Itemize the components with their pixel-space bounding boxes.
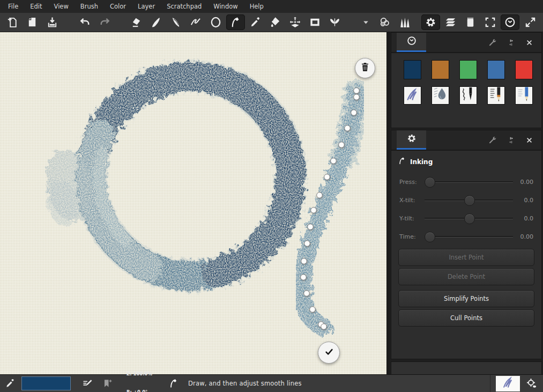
time-slider[interactable] — [425, 231, 513, 242]
brush-settings-icon[interactable] — [82, 378, 93, 389]
color-picker-button[interactable] — [246, 14, 265, 30]
inking-button[interactable] — [226, 14, 245, 30]
blue-scribble-brush[interactable] — [404, 86, 421, 105]
control-point-8[interactable] — [317, 193, 323, 198]
color-swatch-4[interactable] — [487, 60, 505, 79]
y-tilt-slider-handle[interactable] — [464, 213, 475, 224]
brush-dropdown-button[interactable] — [359, 14, 372, 30]
control-point-9[interactable] — [311, 208, 317, 213]
layers-window-button[interactable] — [441, 14, 460, 30]
color-swatch-2[interactable] — [432, 60, 449, 79]
brush-window-button[interactable] — [395, 14, 414, 30]
control-point-14[interactable] — [304, 291, 310, 297]
delete-stroke-button[interactable] — [355, 58, 375, 78]
control-point-10[interactable] — [308, 224, 314, 230]
control-point-11[interactable] — [304, 241, 310, 247]
color-swatch-5[interactable] — [515, 60, 533, 79]
dock-panel-icon[interactable] — [507, 38, 516, 47]
control-point-4[interactable] — [345, 125, 351, 131]
x-tilt-slider[interactable] — [425, 195, 513, 205]
lines-curves-button[interactable] — [167, 14, 185, 30]
pick-context-icon[interactable] — [525, 377, 538, 390]
color-swatch-3[interactable] — [459, 60, 477, 79]
connected-lines-button[interactable] — [187, 14, 205, 30]
clock-icon — [504, 16, 516, 28]
save-file-icon — [46, 16, 58, 28]
history-panel-tab[interactable] — [397, 33, 426, 52]
ellipse-icon — [210, 16, 222, 28]
freehand-button[interactable] — [147, 14, 166, 30]
new-file-icon — [6, 16, 19, 28]
time-label: Time: — [399, 233, 425, 240]
fullscreen-button[interactable] — [481, 14, 500, 30]
painting-layer — [0, 32, 386, 375]
collapsed-panel[interactable] — [391, 361, 542, 375]
close-icon[interactable] — [525, 38, 534, 47]
cull-points-button[interactable]: Cull Points — [398, 309, 534, 327]
menu-edit[interactable]: Edit — [24, 1, 48, 12]
undo-button[interactable] — [76, 14, 94, 30]
control-point-1[interactable] — [354, 88, 360, 94]
menu-window[interactable]: Window — [207, 1, 243, 12]
simplify-points-button[interactable]: Simplify Points — [398, 290, 534, 307]
tool-title: Inking — [410, 158, 433, 166]
control-point-12[interactable] — [301, 258, 307, 264]
press-slider-handle[interactable] — [425, 177, 435, 188]
scratchpad-window-button[interactable] — [461, 14, 480, 30]
technical-pen-brush[interactable] — [459, 86, 477, 105]
dock-panel-icon[interactable] — [507, 136, 516, 145]
tool-options-tab[interactable] — [397, 130, 426, 150]
current-color-swatch[interactable] — [21, 376, 71, 390]
menu-view[interactable]: View — [48, 1, 75, 12]
control-point-6[interactable] — [331, 158, 337, 164]
color-picker-icon[interactable] — [5, 378, 16, 389]
tool-options-window-button[interactable] — [421, 14, 440, 30]
expand-view-button[interactable] — [521, 14, 540, 30]
insert-point-button[interactable]: Insert Point — [398, 249, 534, 266]
delete-point-button[interactable]: Delete Point — [398, 268, 534, 285]
current-brush-preview[interactable] — [496, 376, 520, 391]
color-window-button[interactable] — [375, 14, 394, 30]
accept-stroke-button[interactable] — [318, 342, 340, 364]
menu-brush[interactable]: Brush — [75, 1, 104, 12]
expand-icon — [524, 16, 537, 28]
blue-pencil-brush[interactable] — [515, 86, 533, 105]
symmetry-button[interactable] — [325, 14, 344, 30]
edit-frame-button[interactable] — [306, 14, 324, 30]
menu-file[interactable]: File — [2, 1, 24, 12]
control-point-2[interactable] — [354, 94, 360, 100]
control-point-5[interactable] — [339, 142, 345, 148]
y-tilt-label: Y-tilt: — [399, 215, 425, 222]
menu-help[interactable]: Help — [244, 1, 270, 12]
x-tilt-slider-handle[interactable] — [464, 195, 475, 206]
redo-button[interactable] — [95, 14, 114, 30]
menu-scratchpad[interactable]: Scratchpad — [161, 1, 207, 12]
wrench-icon[interactable] — [488, 136, 497, 145]
history-window-button[interactable] — [501, 14, 519, 30]
eraser-button[interactable] — [127, 14, 146, 30]
control-point-7[interactable] — [324, 174, 330, 180]
press-slider[interactable] — [425, 176, 513, 187]
menu-layer[interactable]: Layer — [132, 1, 161, 12]
time-slider-handle[interactable] — [425, 232, 435, 242]
open-file-button[interactable] — [23, 14, 42, 30]
brush-thumb-pencil-dark — [488, 86, 504, 105]
new-file-button[interactable] — [3, 14, 22, 30]
color-swatch-1[interactable] — [404, 60, 421, 79]
control-point-17[interactable] — [321, 324, 327, 330]
y-tilt-slider[interactable] — [425, 213, 513, 224]
close-icon[interactable] — [525, 136, 534, 145]
move-layer-button[interactable] — [286, 14, 304, 30]
save-file-button[interactable] — [43, 14, 62, 30]
menu-color[interactable]: Color — [104, 1, 132, 12]
control-point-3[interactable] — [351, 110, 357, 116]
bookmark-add-icon[interactable] — [102, 378, 113, 389]
control-point-13[interactable] — [301, 275, 307, 280]
wrench-icon[interactable] — [488, 38, 497, 47]
canvas[interactable] — [0, 32, 386, 375]
dark-pencil-brush[interactable] — [487, 86, 505, 105]
ellipse-button[interactable] — [206, 14, 225, 30]
flood-fill-button[interactable] — [266, 14, 285, 30]
wet-drop-brush[interactable] — [432, 86, 449, 105]
control-point-15[interactable] — [310, 307, 316, 313]
